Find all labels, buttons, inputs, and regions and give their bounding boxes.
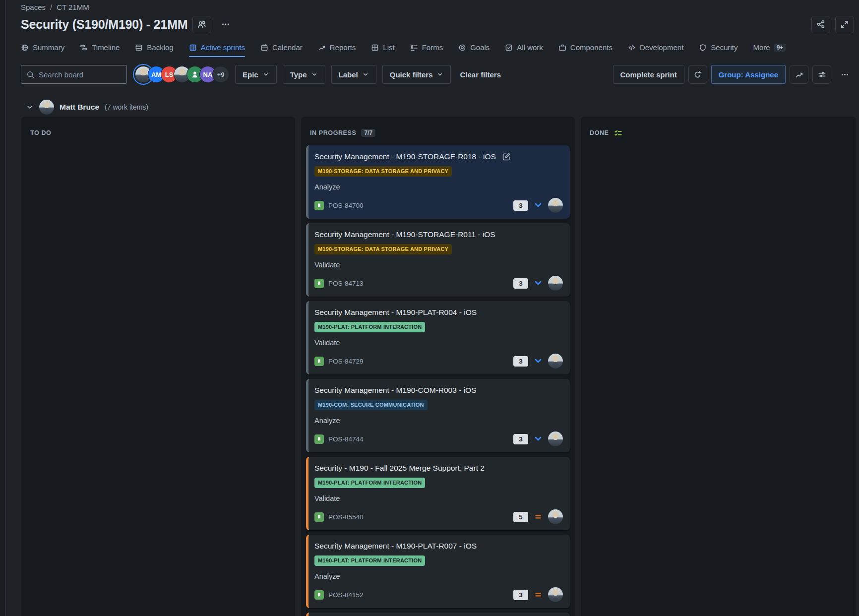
card-pos-84729[interactable]: Security Management - M190-PLAT-R004 - i… [306, 301, 570, 374]
title-more-button[interactable] [216, 16, 235, 33]
chevron-down-icon [362, 71, 369, 78]
fullscreen-button[interactable] [835, 16, 854, 33]
loop-icon [693, 70, 702, 79]
assignee-avatar[interactable] [548, 276, 563, 291]
sidebar-edge [0, 0, 5, 616]
tab-reports[interactable]: Reports [318, 43, 356, 57]
issue-key: POS-84152 [328, 591, 364, 599]
tab-goals[interactable]: Goals [458, 43, 490, 57]
search-input[interactable] [39, 70, 122, 79]
card-status-text: Analyze [314, 416, 563, 426]
view-settings-button[interactable] [812, 65, 831, 84]
collapse-chevron-icon[interactable] [26, 103, 34, 111]
expand-icon [840, 20, 849, 29]
card-pos-84713[interactable]: Security Management - M190-STORAGE-R011 … [306, 223, 570, 297]
epic-label-badge: M190-STORAGE: DATA STORAGE AND PRIVACY [314, 166, 452, 177]
tab-summary[interactable]: Summary [21, 43, 64, 57]
tab-timeline[interactable]: Timeline [80, 43, 120, 57]
card-status-text: Analyze [314, 183, 563, 192]
epic-label-badge: M190-PLAT: PLATFORM INTERACTION [314, 478, 425, 488]
target-icon [458, 44, 466, 52]
tab-label: Security [711, 43, 737, 52]
ellipsis-icon [841, 70, 849, 79]
avatar-overflow-count[interactable]: +9 [212, 66, 229, 83]
breadcrumb: Spaces/CT 21MM [21, 2, 854, 12]
card-pos-84744[interactable]: Security Management - M190-COM-R003 - iO… [306, 379, 570, 452]
tab-development[interactable]: Development [628, 43, 683, 57]
assignee-avatar[interactable] [548, 587, 563, 602]
quick-filters-filter-button[interactable]: Quick filters [382, 65, 451, 84]
calendar-icon [260, 44, 268, 52]
view-tabs: SummaryTimelineBacklogActive sprintsCale… [21, 41, 854, 57]
assignee-avatar[interactable] [548, 198, 563, 213]
page-title: Security (S190/M190) - 21MM [21, 17, 187, 32]
insights-button[interactable] [790, 65, 808, 84]
issue-key: POS-84700 [328, 202, 364, 209]
card-title-row: Security - M190 - Fall 2025 Merge Suppor… [314, 463, 563, 473]
card-title: Security Management - M190-PLAT-R004 - i… [314, 308, 477, 317]
card-status-text: Validate [314, 494, 563, 503]
estimate-badge: 3 [513, 356, 528, 367]
priority-low-icon [534, 434, 543, 443]
card-footer: POS-847293 [314, 354, 563, 369]
automation-button[interactable] [688, 65, 707, 84]
type-filter-button[interactable]: Type [283, 65, 325, 84]
card-pos-84700[interactable]: Security Management - M190-STORAGE-R018 … [306, 145, 570, 219]
tab-components[interactable]: Components [558, 43, 613, 57]
tab-calendar[interactable]: Calendar [260, 43, 303, 57]
tab-more[interactable]: More9+ [753, 43, 786, 57]
card-label-row: M190-STORAGE: DATA STORAGE AND PRIVACY [314, 162, 563, 177]
card-footer: POS-847133 [314, 276, 563, 291]
epic-label-badge: M190-PLAT: PLATFORM INTERACTION [314, 322, 425, 332]
tab-active-sprints[interactable]: Active sprints [189, 43, 245, 57]
label-filter-button[interactable]: Label [331, 65, 376, 84]
card-footer: POS-847003 [314, 198, 563, 213]
dropdown-label: Type [290, 70, 307, 79]
priority-low-icon [534, 201, 543, 210]
card-pos-85540[interactable]: Security - M190 - Fall 2025 Merge Suppor… [306, 457, 570, 530]
tab-security[interactable]: Security [699, 43, 737, 57]
breadcrumb-item-ct-21mm[interactable]: CT 21MM [57, 3, 89, 11]
members-button[interactable] [192, 16, 211, 33]
tab-forms[interactable]: Forms [410, 43, 443, 57]
priority-low-icon [534, 357, 543, 366]
tab-all-work[interactable]: All work [505, 43, 543, 57]
card-title-row: Security Management - M190-STORAGE-R018 … [314, 152, 563, 162]
column-in-progress: IN PROGRESS7/7Security Management - M190… [301, 117, 575, 616]
toolbar-more-button[interactable] [835, 66, 854, 83]
estimate-badge: 5 [513, 512, 528, 522]
group-by-button[interactable]: Group: Assignee [711, 65, 786, 84]
card-title: Security Management - M190-STORAGE-R018 … [314, 152, 496, 162]
breadcrumb-item-spaces[interactable]: Spaces [21, 3, 46, 11]
assignee-avatar[interactable] [548, 509, 563, 524]
assignee-avatar[interactable] [548, 431, 563, 446]
share-button[interactable] [811, 16, 830, 33]
board-card[interactable] [306, 613, 570, 616]
card-title: Security Management - M190-COM-R003 - iO… [314, 385, 476, 395]
card-footer: POS-847443 [314, 431, 563, 446]
estimate-badge: 3 [513, 278, 528, 289]
check-square-icon [505, 44, 513, 52]
ellipsis-icon [221, 20, 230, 29]
issue-key: POS-84744 [328, 435, 364, 443]
card-pos-84152[interactable]: Security Management - M190-PLAT-R007 - i… [306, 535, 570, 608]
dropdown-label: Label [339, 70, 358, 79]
breadcrumb-separator: / [50, 3, 52, 11]
column-done: DONE [581, 117, 856, 616]
dropdown-label: Epic [243, 70, 258, 79]
assignee-avatar[interactable] [548, 354, 563, 369]
search-board-field[interactable] [21, 65, 127, 84]
people-icon [197, 20, 206, 29]
complete-sprint-button[interactable]: Complete sprint [613, 65, 684, 84]
story-type-icon [314, 434, 324, 444]
edit-icon[interactable] [502, 152, 511, 161]
tab-backlog[interactable]: Backlog [135, 43, 173, 57]
card-footer: POS-841523 [314, 587, 563, 602]
column-to-do: TO DO [21, 117, 295, 616]
clear-filters-button[interactable]: Clear filters [457, 70, 504, 79]
priority-low-icon [534, 279, 543, 288]
backlog-icon [135, 44, 143, 52]
tab-label: Active sprints [201, 43, 245, 52]
epic-filter-button[interactable]: Epic [235, 65, 277, 84]
tab-list[interactable]: List [371, 43, 394, 57]
